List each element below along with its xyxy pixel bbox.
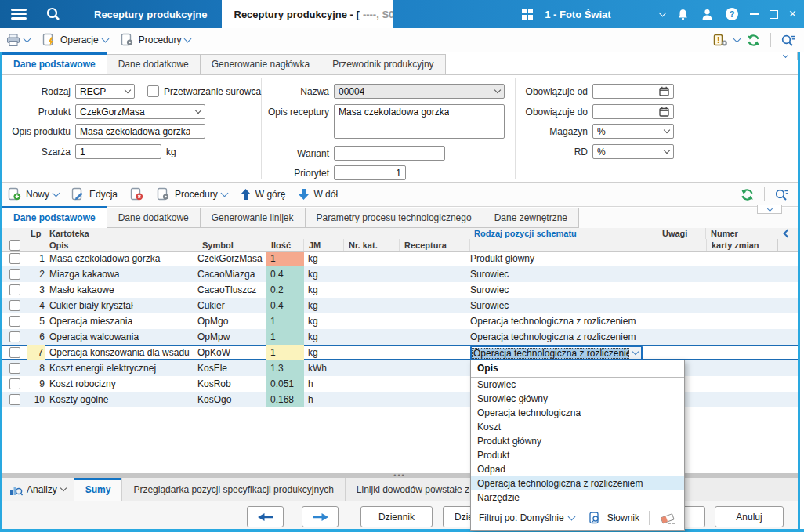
dropdown-item[interactable]: Produkt: [471, 448, 684, 462]
col-receptura[interactable]: Receptura: [400, 239, 470, 251]
row-checkbox[interactable]: [9, 331, 20, 342]
grid-refresh-icon[interactable]: [740, 188, 755, 201]
gtab-parametry-procesu[interactable]: Parametry procesu technologicznego: [306, 208, 483, 228]
gtab-dane-podstawowe[interactable]: Dane podstawowe: [2, 206, 107, 228]
company-chevron-down-icon[interactable]: [658, 9, 666, 17]
tab-przewodnik-produkcyjny[interactable]: Przewodnik produkcyjny: [321, 54, 445, 74]
col-kartoteka[interactable]: Kartoteka: [45, 228, 469, 239]
calendar-icon[interactable]: [659, 86, 669, 96]
next-record-button[interactable]: [302, 506, 339, 527]
col-nr-kat[interactable]: Nr. kat.: [344, 239, 400, 251]
dropdown-item[interactable]: Surowiec główny: [471, 392, 684, 406]
window-tab-inactive[interactable]: Receptury produkcyjne: [80, 0, 222, 28]
col-symbol[interactable]: Symbol: [197, 239, 266, 251]
table-row[interactable]: 2 Miazga kakaowa CacaoMiazga 0.4 kg Suro…: [2, 266, 798, 282]
delete-button[interactable]: [124, 183, 150, 205]
col-ilosc[interactable]: Ilość: [266, 239, 304, 251]
settings-chevron-down-icon[interactable]: [733, 35, 741, 43]
anuluj-button[interactable]: Anuluj: [715, 506, 784, 527]
col-karty-zmian[interactable]: karty zmian: [707, 239, 777, 251]
apps-grid-icon[interactable]: [521, 8, 534, 20]
magazyn-select[interactable]: %: [592, 124, 674, 139]
global-search-button[interactable]: [38, 0, 69, 28]
row-checkbox[interactable]: [9, 347, 20, 358]
row-checkbox[interactable]: [9, 316, 20, 327]
slownik-button[interactable]: Słownik: [607, 512, 639, 523]
filter-chevron-down-icon[interactable]: [567, 513, 575, 521]
dropdown-item[interactable]: Operacja technologiczna: [471, 406, 684, 420]
gtab-generowanie-linijek[interactable]: Generowanie linijek: [201, 208, 306, 228]
dropdown-item[interactable]: Surowiec: [471, 378, 684, 392]
btab-przegladarka[interactable]: Przeglądarka pozycji specyfikacji produk…: [122, 478, 345, 501]
procedury-button[interactable]: Procedury: [114, 29, 197, 51]
window-tab-active[interactable]: Receptury produkcyjne - [ ----, S0: [222, 0, 393, 28]
row-checkbox[interactable]: [9, 378, 20, 389]
prev-record-button[interactable]: [247, 506, 284, 527]
row-checkbox[interactable]: [9, 394, 20, 405]
grid-search-filter-icon[interactable]: [774, 188, 790, 201]
gtab-dane-dodatkowe[interactable]: Dane dodatkowe: [107, 208, 201, 228]
filter-by-button[interactable]: Filtruj po: Domyślnie: [479, 512, 564, 523]
search-filter-icon[interactable]: [780, 34, 796, 47]
close-button[interactable]: ×: [789, 8, 796, 20]
row-checkbox[interactable]: [9, 363, 20, 374]
maximize-button[interactable]: [770, 10, 778, 19]
dropdown-item[interactable]: Narzędzie: [471, 490, 684, 505]
company-selector[interactable]: 1 - Foto Świat: [545, 9, 611, 20]
row-checkbox[interactable]: [9, 253, 20, 264]
row-checkbox[interactable]: [9, 300, 20, 311]
edycja-button[interactable]: Edycja: [65, 183, 124, 205]
wariant-input[interactable]: [334, 146, 445, 161]
analizy-button[interactable]: Analizy: [2, 478, 74, 501]
help-icon[interactable]: ?: [725, 7, 739, 21]
hamburger-menu-button[interactable]: [0, 0, 38, 28]
tab-dane-podstawowe[interactable]: Dane podstawowe: [2, 52, 107, 74]
print-button[interactable]: [0, 29, 36, 51]
grid-procedury-button[interactable]: Procedury: [150, 183, 234, 205]
priorytet-input[interactable]: 1: [334, 165, 406, 180]
notifications-bell-icon[interactable]: [676, 8, 690, 21]
calendar-icon[interactable]: [659, 107, 669, 117]
nazwa-select[interactable]: 00004: [334, 84, 505, 99]
table-row[interactable]: 6 Operacja walcowania OpMpw 1 kg Operacj…: [2, 329, 798, 345]
tab-dane-dodatkowe[interactable]: Dane dodatkowe: [107, 54, 201, 74]
col-lp[interactable]: Lp↑: [27, 228, 45, 239]
move-up-button[interactable]: W górę: [234, 183, 292, 205]
dropdown-item[interactable]: Operacja technologiczna z rozliczeniem: [471, 476, 684, 490]
rodzaj-combobox-open-button[interactable]: [629, 347, 641, 359]
tab-generowanie-naglowka[interactable]: Generowanie nagłówka: [201, 54, 321, 74]
eraser-icon[interactable]: [659, 512, 676, 525]
obowiazuje-od-input[interactable]: [592, 84, 674, 99]
produkt-select[interactable]: CzekGorzMasa: [75, 104, 205, 119]
minimize-button[interactable]: [750, 13, 759, 15]
btab-sumy[interactable]: Sumy: [74, 478, 123, 501]
szarza-input[interactable]: 1: [75, 144, 161, 159]
move-down-button[interactable]: W dół: [292, 183, 344, 205]
col-opis[interactable]: Opis: [45, 239, 197, 251]
collapse-panel-tab-top[interactable]: [773, 52, 798, 60]
opis-produktu-input[interactable]: Masa czekoladowa gorzka: [75, 124, 205, 139]
operacje-button[interactable]: Operacje: [36, 29, 114, 51]
row-checkbox[interactable]: [9, 284, 20, 295]
col-uwagi[interactable]: Uwagi: [657, 228, 706, 239]
collapse-panel-tab-grid[interactable]: [757, 205, 782, 214]
rodzaj-combobox[interactable]: Operacja technologiczna z rozliczeniem: [470, 346, 643, 360]
row-checkbox[interactable]: [9, 269, 20, 280]
rodzaj-select[interactable]: RECP: [75, 84, 135, 99]
settings-alert-icon[interactable]: !: [713, 34, 728, 47]
table-row[interactable]: 1 Masa czekoladowa gorzka CzekGorzMasa 1…: [2, 251, 798, 266]
user-icon[interactable]: [701, 8, 714, 21]
opis-receptury-textarea[interactable]: Masa czekoladowa gorzka: [334, 104, 505, 139]
select-all-checkbox[interactable]: [9, 240, 20, 251]
collapse-side-panel-button[interactable]: [777, 228, 798, 239]
dropdown-item[interactable]: Koszt: [471, 420, 684, 434]
dropdown-item[interactable]: Produkt główny: [471, 434, 684, 448]
col-rodzaj-pozycji[interactable]: Rodzaj pozycji schematu: [469, 228, 657, 239]
table-row[interactable]: 5 Operacja mieszania OpMgo 1 kg Operacja…: [2, 313, 798, 329]
table-row[interactable]: 7 Operacja konszowania dla wsadu OpKoW 1…: [2, 345, 798, 360]
col-jm[interactable]: JM: [304, 239, 344, 251]
col-numer[interactable]: Numer: [706, 228, 777, 239]
rd-select[interactable]: %: [592, 144, 674, 159]
table-row[interactable]: 3 Masło kakaowe CacaoTluszcz 0.2 kg Suro…: [2, 282, 798, 298]
przetwarzanie-surowca-checkbox[interactable]: [147, 85, 159, 97]
